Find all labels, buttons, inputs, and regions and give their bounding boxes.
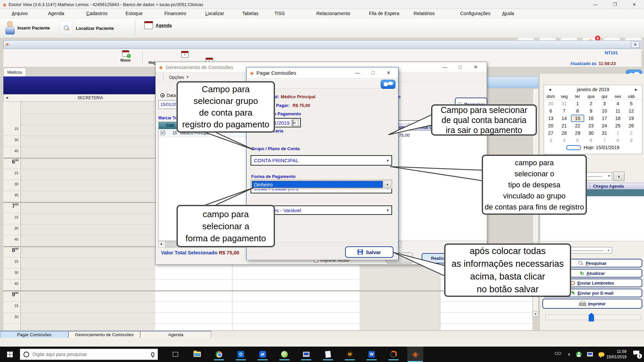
scroll-left-icon[interactable]: ◄ <box>5 96 9 100</box>
calendar-day[interactable]: 6 <box>584 137 598 144</box>
calendar-day[interactable]: 9 <box>584 107 598 115</box>
menu-item-tiss[interactable]: TISS <box>274 11 285 16</box>
close-button[interactable]: ✕ <box>468 63 483 71</box>
calendar-prev-icon[interactable]: ◄ <box>548 87 552 92</box>
close-button[interactable]: ✕ <box>625 0 644 9</box>
taskbar-app-outlook[interactable]: O <box>233 348 249 360</box>
calendar-day[interactable]: 8 <box>611 137 625 144</box>
tray-chevron-icon[interactable]: ∧ <box>568 352 571 357</box>
calendar-today-label[interactable]: Hoje: 15/01/2019 <box>584 145 620 150</box>
tab-medicos[interactable]: Médicos <box>3 68 26 76</box>
taskbar-app-notepad[interactable] <box>320 348 336 360</box>
menu-item-financeiro[interactable]: Financeiro <box>164 11 186 16</box>
calendar-day[interactable]: 28 <box>557 129 571 137</box>
calendar-day[interactable]: 8 <box>571 107 584 115</box>
calendar-day[interactable]: 5 <box>625 100 638 107</box>
menu-item-cadastros[interactable]: Cadastros <box>86 11 108 16</box>
date-field[interactable]: 15/01/2019 <box>158 100 178 109</box>
calendar-day[interactable]: 3 <box>544 137 557 144</box>
insert-patient-button[interactable]: Inserir Paciente <box>5 21 50 35</box>
date-picker-button[interactable]: 15 <box>291 120 299 126</box>
maximize-button[interactable]: □ <box>452 63 468 71</box>
calendar-day[interactable]: 19 <box>625 115 638 122</box>
messenger-tray-icon[interactable] <box>598 352 604 357</box>
menu-item-configura-es[interactable]: Configurações <box>460 11 490 16</box>
calendar-day[interactable]: 1 <box>611 129 625 137</box>
calendar-day[interactable]: 11 <box>611 107 625 115</box>
calendar-day[interactable]: 22 <box>571 122 584 129</box>
taskbar-app-winamp[interactable]: M <box>342 348 358 360</box>
network-icon[interactable] <box>587 352 593 357</box>
menu-item-arquivo[interactable]: Arquivo <box>12 11 28 16</box>
notification-center-button[interactable]: 1 <box>632 350 641 358</box>
scroll-down-icon[interactable]: ▼ <box>533 311 538 317</box>
calendar-day[interactable]: 16 <box>584 115 598 122</box>
conta-bancaria-combo[interactable]: CONTA PRINCIPAL▾ <box>251 155 392 166</box>
calendar-day[interactable]: 10 <box>598 107 611 115</box>
close-button[interactable]: ✕ <box>381 68 396 77</box>
mdi-close-icon[interactable]: ✕ <box>631 41 640 48</box>
scroll-left-icon[interactable]: ◄ <box>159 242 163 246</box>
calendar-day[interactable]: 3 <box>598 100 611 107</box>
calendar-day[interactable]: 9 <box>625 137 638 144</box>
calendar-day[interactable]: 27 <box>544 129 557 137</box>
taskbar-app-word[interactable]: W <box>364 348 380 360</box>
locate-patient-button[interactable]: Localizar Paciente <box>60 21 114 35</box>
start-button[interactable] <box>0 347 19 362</box>
taskbar-app-doctor-view[interactable]: ◈ <box>407 347 423 362</box>
menu-item-tabelas[interactable]: Tabelas <box>242 11 258 16</box>
bottom-tab-pagar-comiss-es[interactable]: Pagar Comissões <box>0 331 68 338</box>
row-checkbox[interactable]: ✔ <box>161 131 165 135</box>
calendar-day[interactable]: 18 <box>611 115 625 122</box>
taskbar-app-remote-app[interactable] <box>298 348 314 360</box>
calendar-day[interactable]: 17 <box>598 115 611 122</box>
calendar-day[interactable]: 13 <box>544 115 557 122</box>
salvar-button[interactable]: Salvar <box>345 246 393 258</box>
calendar-day[interactable]: 29 <box>571 129 584 137</box>
calendar-day[interactable]: 31 <box>557 100 571 107</box>
calendar-day[interactable]: 2 <box>584 100 598 107</box>
calendar-day[interactable]: 5 <box>571 137 584 144</box>
taskbar-app-photoscape[interactable] <box>385 348 401 360</box>
calendar-day[interactable]: 2 <box>625 129 638 137</box>
calendar-day[interactable]: 14 <box>557 115 571 122</box>
marcar-todos-link[interactable]: Marcar Todos <box>158 116 178 120</box>
date-radio[interactable]: Data <box>160 93 176 98</box>
realizar-button[interactable]: Realizar <box>422 253 447 263</box>
bottom-tab-agenda[interactable]: Agenda <box>140 331 211 338</box>
calendar-day[interactable]: 26 <box>625 122 638 129</box>
taskbar-search[interactable] <box>20 349 158 360</box>
maximize-button[interactable]: □ <box>365 68 381 77</box>
chevron-down-icon[interactable]: ▾ <box>384 181 391 188</box>
maximize-button[interactable]: ❐ <box>605 0 625 9</box>
taskbar-clock[interactable]: 11:59 15/01/2019 <box>606 349 627 360</box>
minimize-button[interactable]: — <box>350 68 365 77</box>
taskbar-app-messenger[interactable] <box>276 348 292 360</box>
calendar-day[interactable]: 7 <box>598 137 611 144</box>
calendar-day[interactable]: 12 <box>625 107 638 115</box>
calendar-day[interactable]: 7 <box>557 107 571 115</box>
calendar-day[interactable]: 4 <box>611 100 625 107</box>
forma-pagamento-combo[interactable]: Dinheiro ▾ <box>251 180 392 189</box>
user-online-icon[interactable] <box>576 352 582 357</box>
minimize-button[interactable]: — <box>437 63 452 71</box>
opcoes-menu[interactable]: Opções <box>169 75 184 80</box>
taskbar-app-task-view[interactable] <box>167 348 183 360</box>
menu-item-relat-rios[interactable]: Relatórios <box>414 11 435 16</box>
calendar-day[interactable]: 25 <box>611 122 625 129</box>
minimize-button[interactable]: — <box>586 0 605 9</box>
calendar-day[interactable]: 30 <box>584 129 598 137</box>
taskbar-app-chrome[interactable] <box>211 348 227 360</box>
menu-item-estoque[interactable]: Estoque <box>125 11 143 16</box>
imprimir-button[interactable]: Imprimir <box>542 299 642 309</box>
calendar-day[interactable]: 23 <box>584 122 598 129</box>
novo-button[interactable]: + Novo <box>115 50 136 63</box>
calendar-day[interactable]: 4 <box>557 137 571 144</box>
zoom-slider-thumb[interactable] <box>589 313 594 321</box>
calendar-day[interactable]: 6 <box>544 107 557 115</box>
menu-item-ajuda[interactable]: Ajuda <box>502 11 514 16</box>
calendar-selected-day[interactable]: 15 <box>571 115 584 122</box>
calendar-day[interactable]: 21 <box>557 122 571 129</box>
menu-item-localizar[interactable]: Localizar <box>205 11 224 16</box>
month-calendar[interactable]: ◄ janeiro de 2019 ► domsegterquaquisexsá… <box>544 85 642 154</box>
